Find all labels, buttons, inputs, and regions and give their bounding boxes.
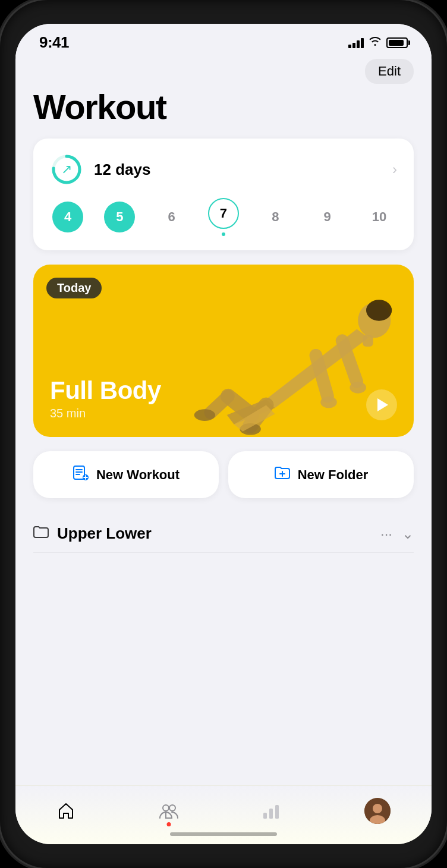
streak-card[interactable]: ↗ 12 days › 4 5 6	[33, 139, 414, 250]
section-name: Upper Lower	[57, 524, 380, 543]
svg-rect-28	[263, 813, 267, 819]
stats-icon	[262, 801, 282, 821]
svg-point-16	[366, 300, 392, 320]
home-indicator	[170, 832, 277, 836]
day-dots-row: 4 5 6 7 8 9	[50, 198, 397, 236]
play-triangle-icon	[377, 398, 388, 411]
profile-avatar	[364, 798, 391, 824]
streak-ring-icon: ↗	[50, 153, 83, 186]
day-circle-7: 7	[208, 198, 239, 229]
action-buttons-row: New Workout New Folder	[33, 451, 414, 498]
day-circle-9: 9	[312, 202, 343, 232]
today-workout-card[interactable]: Today	[33, 265, 414, 437]
today-badge: Today	[46, 278, 102, 298]
new-workout-label: New Workout	[96, 467, 180, 483]
upper-lower-section: Upper Lower ··· ⌄	[33, 515, 414, 553]
streak-chevron-icon: ›	[392, 161, 397, 178]
home-icon	[56, 801, 75, 820]
svg-point-26	[163, 805, 169, 811]
phone-screen: 9:41	[15, 24, 432, 844]
svg-point-6	[350, 382, 366, 394]
day-dot-indicator-7	[222, 232, 225, 236]
tab-home[interactable]	[45, 799, 87, 823]
svg-point-8	[320, 396, 337, 408]
status-bar: 9:41	[15, 24, 432, 56]
svg-point-32	[373, 804, 382, 813]
workout-info: Full Body 35 min	[50, 377, 161, 420]
day-circle-4: 4	[52, 202, 83, 232]
status-time: 9:41	[39, 33, 69, 52]
day-dot-7: 7	[208, 198, 239, 236]
battery-icon	[386, 37, 408, 48]
day-dot-4: 4	[52, 202, 83, 232]
day-dot-10: 10	[364, 202, 395, 232]
page-title: Workout	[33, 90, 414, 124]
day-circle-8: 8	[260, 202, 291, 232]
section-actions: ··· ⌄	[380, 526, 414, 542]
svg-point-27	[169, 805, 175, 811]
svg-line-11	[210, 396, 228, 413]
workout-name: Full Body	[50, 377, 161, 404]
community-icon	[158, 800, 180, 822]
streak-header: ↗ 12 days ›	[50, 153, 397, 186]
day-dot-6: 6	[156, 202, 187, 232]
day-dot-5: 5	[104, 202, 135, 232]
status-icons	[348, 36, 408, 49]
community-notification-dot	[166, 822, 171, 826]
main-content: Edit Workout ↗ 12 days ›	[15, 56, 432, 785]
day-dot-9: 9	[312, 202, 343, 232]
signal-bars-icon	[348, 37, 364, 48]
streak-arrow-icon: ↗	[61, 162, 72, 177]
tab-profile[interactable]	[352, 795, 402, 826]
streak-days-label: 12 days	[94, 161, 150, 179]
new-folder-label: New Folder	[298, 467, 369, 483]
svg-point-12	[194, 409, 215, 421]
edit-button[interactable]: Edit	[365, 59, 414, 84]
phone-frame: 9:41	[0, 0, 447, 868]
svg-rect-29	[269, 809, 273, 819]
tab-stats[interactable]	[250, 798, 294, 823]
svg-rect-30	[275, 805, 279, 819]
tab-community[interactable]	[146, 798, 191, 824]
new-folder-button[interactable]: New Folder	[228, 451, 414, 498]
folder-icon	[33, 526, 49, 542]
new-workout-icon	[73, 464, 89, 485]
day-dot-8: 8	[260, 202, 291, 232]
section-more-button[interactable]: ···	[380, 526, 392, 542]
workout-duration: 35 min	[50, 407, 161, 420]
wifi-icon	[369, 36, 382, 49]
section-chevron-icon[interactable]: ⌄	[402, 526, 414, 542]
new-folder-icon	[274, 464, 291, 485]
play-button[interactable]	[366, 389, 397, 420]
day-circle-10: 10	[364, 202, 395, 232]
day-circle-6: 6	[156, 202, 187, 232]
day-circle-5: 5	[104, 202, 135, 232]
new-workout-button[interactable]: New Workout	[33, 451, 219, 498]
